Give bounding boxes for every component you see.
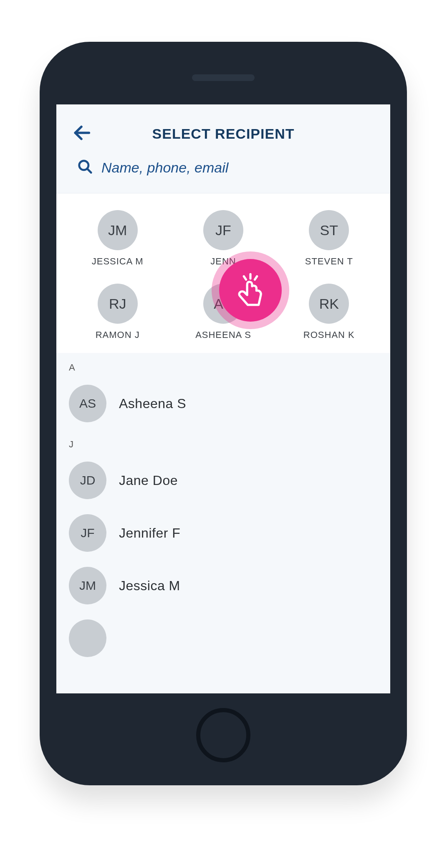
stage: SELECT RECIPIENT JM JESSICA M JF — [0, 0, 447, 868]
recent-label: ROSHAN K — [303, 330, 355, 340]
contact-row-jessica-m[interactable]: JM Jessica M — [56, 559, 390, 612]
contact-name: Jessica M — [119, 578, 180, 594]
tap-hand-icon — [233, 272, 268, 309]
svg-line-5 — [255, 277, 257, 280]
contact-row-asheena-s[interactable]: AS Asheena S — [56, 377, 390, 430]
phone-speaker — [192, 74, 255, 81]
contact-row-jane-doe[interactable]: JD Jane Doe — [56, 454, 390, 507]
section-header-a: A — [56, 353, 390, 377]
avatar: RJ — [98, 284, 138, 324]
back-button[interactable] — [69, 124, 94, 144]
svg-line-4 — [244, 277, 246, 280]
svg-line-2 — [87, 169, 91, 173]
recent-contact-jennifer[interactable]: JF JENN — [170, 210, 276, 267]
avatar: JF — [69, 514, 106, 552]
avatar: JM — [69, 567, 106, 604]
contact-name: Asheena S — [119, 396, 186, 411]
recent-label: STEVEN T — [305, 256, 353, 267]
avatar: ST — [309, 210, 349, 250]
phone-home-button — [196, 708, 250, 762]
recent-contact-steven-t[interactable]: ST STEVEN T — [276, 210, 382, 267]
avatar: AS — [69, 385, 106, 422]
phone-frame: SELECT RECIPIENT JM JESSICA M JF — [40, 42, 407, 785]
contact-list[interactable]: A AS Asheena S J JD Jane Doe JF Jennifer… — [56, 353, 390, 665]
avatar: RK — [309, 284, 349, 324]
page-title: SELECT RECIPIENT — [94, 126, 353, 142]
search-row — [69, 146, 378, 189]
avatar: JD — [69, 462, 106, 499]
recent-label: RAMON J — [96, 330, 140, 340]
recent-contact-jessica-m[interactable]: JM JESSICA M — [65, 210, 170, 267]
recent-grid: JM JESSICA M JF JENN ST STEVEN T RJ RAMO… — [56, 193, 390, 353]
search-icon — [77, 159, 93, 176]
recent-contact-ramon-j[interactable]: RJ RAMON J — [65, 284, 170, 340]
avatar: JM — [98, 210, 138, 250]
section-header-j: J — [56, 430, 390, 454]
avatar: JF — [203, 210, 243, 250]
recent-label: ASHEENA S — [195, 330, 251, 340]
tap-hint-overlay — [219, 259, 282, 322]
header: SELECT RECIPIENT — [56, 104, 390, 193]
recent-label: JESSICA M — [92, 256, 144, 267]
contact-row-jennifer-f[interactable]: JF Jennifer F — [56, 507, 390, 559]
contact-name: Jennifer F — [119, 525, 180, 541]
app-screen: SELECT RECIPIENT JM JESSICA M JF — [56, 104, 390, 693]
contact-name: Jane Doe — [119, 473, 178, 488]
search-input[interactable] — [101, 160, 374, 176]
header-row: SELECT RECIPIENT — [69, 121, 378, 146]
contact-row-partial[interactable] — [56, 612, 390, 657]
arrow-left-icon — [72, 124, 91, 144]
avatar — [69, 619, 106, 657]
recent-contact-roshan-k[interactable]: RK ROSHAN K — [276, 284, 382, 340]
